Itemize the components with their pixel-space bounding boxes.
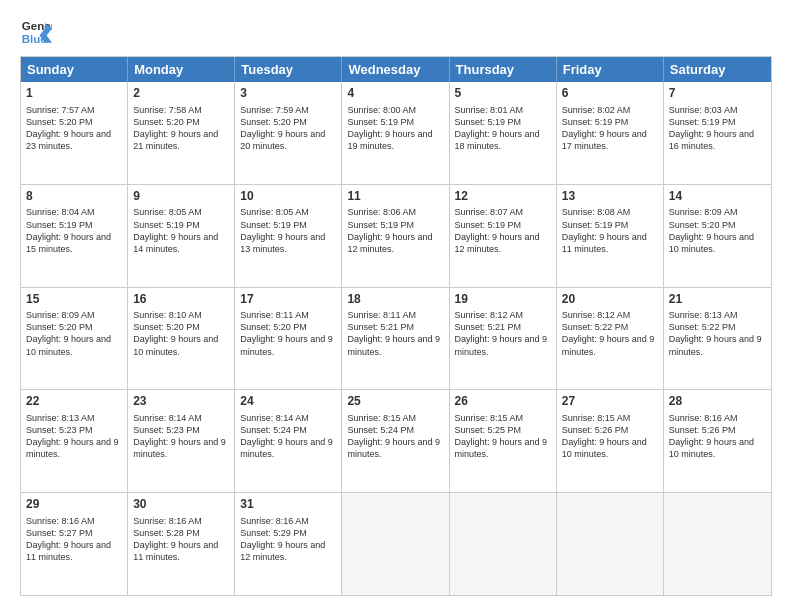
cell-info: Sunrise: 8:13 AMSunset: 5:22 PMDaylight:… (669, 309, 766, 358)
day-number: 12 (455, 189, 551, 205)
day-number: 2 (133, 86, 229, 102)
cell-info: Sunrise: 8:12 AMSunset: 5:21 PMDaylight:… (455, 309, 551, 358)
day-cell-29: 29Sunrise: 8:16 AMSunset: 5:27 PMDayligh… (21, 493, 128, 595)
day-cell-26: 26Sunrise: 8:15 AMSunset: 5:25 PMDayligh… (450, 390, 557, 492)
day-cell-4: 4Sunrise: 8:00 AMSunset: 5:19 PMDaylight… (342, 82, 449, 184)
cell-info: Sunrise: 8:00 AMSunset: 5:19 PMDaylight:… (347, 104, 443, 153)
cell-info: Sunrise: 8:15 AMSunset: 5:26 PMDaylight:… (562, 412, 658, 461)
cell-info: Sunrise: 7:58 AMSunset: 5:20 PMDaylight:… (133, 104, 229, 153)
day-cell-1: 1Sunrise: 7:57 AMSunset: 5:20 PMDaylight… (21, 82, 128, 184)
empty-cell (664, 493, 771, 595)
calendar-row-4: 22Sunrise: 8:13 AMSunset: 5:23 PMDayligh… (21, 389, 771, 492)
cell-info: Sunrise: 8:14 AMSunset: 5:23 PMDaylight:… (133, 412, 229, 461)
day-cell-19: 19Sunrise: 8:12 AMSunset: 5:21 PMDayligh… (450, 288, 557, 390)
day-number: 5 (455, 86, 551, 102)
cell-info: Sunrise: 8:05 AMSunset: 5:19 PMDaylight:… (240, 206, 336, 255)
calendar-row-2: 8Sunrise: 8:04 AMSunset: 5:19 PMDaylight… (21, 184, 771, 287)
cell-info: Sunrise: 8:16 AMSunset: 5:29 PMDaylight:… (240, 515, 336, 564)
day-number: 30 (133, 497, 229, 513)
cell-info: Sunrise: 8:10 AMSunset: 5:20 PMDaylight:… (133, 309, 229, 358)
cell-info: Sunrise: 8:03 AMSunset: 5:19 PMDaylight:… (669, 104, 766, 153)
day-cell-14: 14Sunrise: 8:09 AMSunset: 5:20 PMDayligh… (664, 185, 771, 287)
day-number: 9 (133, 189, 229, 205)
day-number: 29 (26, 497, 122, 513)
day-cell-16: 16Sunrise: 8:10 AMSunset: 5:20 PMDayligh… (128, 288, 235, 390)
cell-info: Sunrise: 8:12 AMSunset: 5:22 PMDaylight:… (562, 309, 658, 358)
cell-info: Sunrise: 8:09 AMSunset: 5:20 PMDaylight:… (669, 206, 766, 255)
cell-info: Sunrise: 8:15 AMSunset: 5:24 PMDaylight:… (347, 412, 443, 461)
header-day-tuesday: Tuesday (235, 57, 342, 82)
cell-info: Sunrise: 8:07 AMSunset: 5:19 PMDaylight:… (455, 206, 551, 255)
day-cell-21: 21Sunrise: 8:13 AMSunset: 5:22 PMDayligh… (664, 288, 771, 390)
day-cell-30: 30Sunrise: 8:16 AMSunset: 5:28 PMDayligh… (128, 493, 235, 595)
cell-info: Sunrise: 8:15 AMSunset: 5:25 PMDaylight:… (455, 412, 551, 461)
day-cell-12: 12Sunrise: 8:07 AMSunset: 5:19 PMDayligh… (450, 185, 557, 287)
day-cell-9: 9Sunrise: 8:05 AMSunset: 5:19 PMDaylight… (128, 185, 235, 287)
header-day-wednesday: Wednesday (342, 57, 449, 82)
day-cell-11: 11Sunrise: 8:06 AMSunset: 5:19 PMDayligh… (342, 185, 449, 287)
day-cell-13: 13Sunrise: 8:08 AMSunset: 5:19 PMDayligh… (557, 185, 664, 287)
header-day-monday: Monday (128, 57, 235, 82)
day-cell-10: 10Sunrise: 8:05 AMSunset: 5:19 PMDayligh… (235, 185, 342, 287)
calendar-row-5: 29Sunrise: 8:16 AMSunset: 5:27 PMDayligh… (21, 492, 771, 595)
day-cell-22: 22Sunrise: 8:13 AMSunset: 5:23 PMDayligh… (21, 390, 128, 492)
calendar-row-1: 1Sunrise: 7:57 AMSunset: 5:20 PMDaylight… (21, 82, 771, 184)
empty-cell (450, 493, 557, 595)
day-cell-28: 28Sunrise: 8:16 AMSunset: 5:26 PMDayligh… (664, 390, 771, 492)
day-cell-5: 5Sunrise: 8:01 AMSunset: 5:19 PMDaylight… (450, 82, 557, 184)
day-number: 21 (669, 292, 766, 308)
day-cell-17: 17Sunrise: 8:11 AMSunset: 5:20 PMDayligh… (235, 288, 342, 390)
day-cell-15: 15Sunrise: 8:09 AMSunset: 5:20 PMDayligh… (21, 288, 128, 390)
logo: General Blue (20, 16, 52, 48)
day-cell-24: 24Sunrise: 8:14 AMSunset: 5:24 PMDayligh… (235, 390, 342, 492)
cell-info: Sunrise: 8:05 AMSunset: 5:19 PMDaylight:… (133, 206, 229, 255)
calendar-body: 1Sunrise: 7:57 AMSunset: 5:20 PMDaylight… (21, 82, 771, 595)
day-number: 3 (240, 86, 336, 102)
day-number: 31 (240, 497, 336, 513)
day-cell-18: 18Sunrise: 8:11 AMSunset: 5:21 PMDayligh… (342, 288, 449, 390)
day-number: 4 (347, 86, 443, 102)
day-number: 6 (562, 86, 658, 102)
day-number: 24 (240, 394, 336, 410)
cell-info: Sunrise: 8:16 AMSunset: 5:27 PMDaylight:… (26, 515, 122, 564)
cell-info: Sunrise: 8:13 AMSunset: 5:23 PMDaylight:… (26, 412, 122, 461)
cell-info: Sunrise: 8:16 AMSunset: 5:28 PMDaylight:… (133, 515, 229, 564)
header: General Blue (20, 16, 772, 48)
day-number: 25 (347, 394, 443, 410)
day-number: 23 (133, 394, 229, 410)
cell-info: Sunrise: 8:02 AMSunset: 5:19 PMDaylight:… (562, 104, 658, 153)
day-cell-7: 7Sunrise: 8:03 AMSunset: 5:19 PMDaylight… (664, 82, 771, 184)
logo-icon: General Blue (20, 16, 52, 48)
day-number: 8 (26, 189, 122, 205)
day-cell-25: 25Sunrise: 8:15 AMSunset: 5:24 PMDayligh… (342, 390, 449, 492)
header-day-sunday: Sunday (21, 57, 128, 82)
day-cell-31: 31Sunrise: 8:16 AMSunset: 5:29 PMDayligh… (235, 493, 342, 595)
day-number: 27 (562, 394, 658, 410)
day-number: 11 (347, 189, 443, 205)
day-number: 7 (669, 86, 766, 102)
day-cell-2: 2Sunrise: 7:58 AMSunset: 5:20 PMDaylight… (128, 82, 235, 184)
empty-cell (557, 493, 664, 595)
cell-info: Sunrise: 8:11 AMSunset: 5:20 PMDaylight:… (240, 309, 336, 358)
day-cell-20: 20Sunrise: 8:12 AMSunset: 5:22 PMDayligh… (557, 288, 664, 390)
day-number: 13 (562, 189, 658, 205)
cell-info: Sunrise: 8:11 AMSunset: 5:21 PMDaylight:… (347, 309, 443, 358)
day-cell-8: 8Sunrise: 8:04 AMSunset: 5:19 PMDaylight… (21, 185, 128, 287)
day-number: 18 (347, 292, 443, 308)
cell-info: Sunrise: 8:09 AMSunset: 5:20 PMDaylight:… (26, 309, 122, 358)
header-day-friday: Friday (557, 57, 664, 82)
day-number: 1 (26, 86, 122, 102)
cell-info: Sunrise: 7:57 AMSunset: 5:20 PMDaylight:… (26, 104, 122, 153)
day-number: 26 (455, 394, 551, 410)
calendar-header: SundayMondayTuesdayWednesdayThursdayFrid… (21, 57, 771, 82)
cell-info: Sunrise: 8:04 AMSunset: 5:19 PMDaylight:… (26, 206, 122, 255)
calendar-row-3: 15Sunrise: 8:09 AMSunset: 5:20 PMDayligh… (21, 287, 771, 390)
cell-info: Sunrise: 8:14 AMSunset: 5:24 PMDaylight:… (240, 412, 336, 461)
calendar: SundayMondayTuesdayWednesdayThursdayFrid… (20, 56, 772, 596)
cell-info: Sunrise: 8:01 AMSunset: 5:19 PMDaylight:… (455, 104, 551, 153)
empty-cell (342, 493, 449, 595)
day-number: 14 (669, 189, 766, 205)
day-cell-6: 6Sunrise: 8:02 AMSunset: 5:19 PMDaylight… (557, 82, 664, 184)
day-number: 10 (240, 189, 336, 205)
cell-info: Sunrise: 8:08 AMSunset: 5:19 PMDaylight:… (562, 206, 658, 255)
